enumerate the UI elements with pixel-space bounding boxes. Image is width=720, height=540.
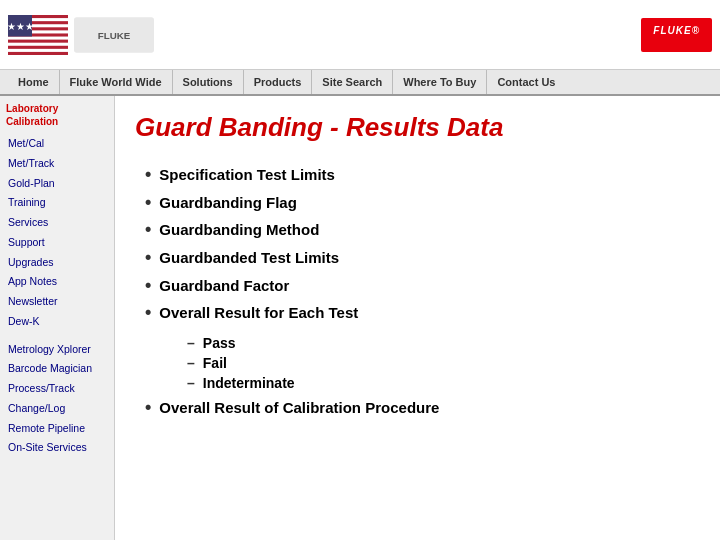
center-logo: FLUKE	[74, 15, 154, 55]
svg-rect-5	[8, 39, 68, 42]
nav-home[interactable]: Home	[8, 70, 60, 94]
bullet-icon: •	[145, 192, 151, 214]
svg-text:FLUKE: FLUKE	[98, 29, 131, 40]
nav-where-to-buy[interactable]: Where To Buy	[393, 70, 487, 94]
nav-products[interactable]: Products	[244, 70, 313, 94]
sidebar-item-services[interactable]: Services	[4, 213, 110, 233]
sidebar-item-newsletter[interactable]: Newsletter	[4, 292, 110, 312]
nav-fluke-worldwide[interactable]: Fluke World Wide	[60, 70, 173, 94]
page-title: Guard Banding - Results Data	[135, 112, 700, 143]
bullet-icon: •	[145, 219, 151, 241]
list-item: • Specification Test Limits	[145, 161, 700, 189]
sub-list-item: – Pass	[187, 333, 700, 353]
sidebar: LaboratoryCalibration Met/Cal Met/Track …	[0, 96, 115, 540]
bullet-icon: •	[145, 397, 151, 419]
sidebar-item-dewk[interactable]: Dew-K	[4, 312, 110, 332]
sub-dash-icon: –	[187, 355, 195, 371]
sidebar-header: LaboratoryCalibration	[4, 102, 110, 128]
nav-site-search[interactable]: Site Search	[312, 70, 393, 94]
sub-list-item: – Fail	[187, 353, 700, 373]
sub-dash-icon: –	[187, 335, 195, 351]
sidebar-item-appnotes[interactable]: App Notes	[4, 272, 110, 292]
list-item: • Overall Result for Each Test	[145, 299, 700, 327]
sidebar-item-process-track[interactable]: Process/Track	[4, 379, 110, 399]
header: ★★★ FLUKE FLUKE®	[0, 0, 720, 70]
sidebar-item-upgrades[interactable]: Upgrades	[4, 253, 110, 273]
svg-rect-7	[8, 51, 68, 54]
sidebar-item-metcal[interactable]: Met/Cal	[4, 134, 110, 154]
bullet-icon: •	[145, 247, 151, 269]
list-item: • Guardbanding Method	[145, 216, 700, 244]
list-item: • Guardbanded Test Limits	[145, 244, 700, 272]
sidebar-item-barcode-magician[interactable]: Barcode Magician	[4, 359, 110, 379]
nav-contact-us[interactable]: Contact Us	[487, 70, 565, 94]
main: LaboratoryCalibration Met/Cal Met/Track …	[0, 96, 720, 540]
sidebar-item-remote-pipeline[interactable]: Remote Pipeline	[4, 419, 110, 439]
content: Guard Banding - Results Data • Specifica…	[115, 96, 720, 540]
sidebar-divider	[4, 332, 110, 340]
sidebar-item-onsite-services[interactable]: On-Site Services	[4, 438, 110, 458]
sub-list-item: – Indeterminate	[187, 373, 700, 393]
list-item: • Guardbanding Flag	[145, 189, 700, 217]
bullet-icon: •	[145, 275, 151, 297]
flag-logo: ★★★	[8, 15, 68, 55]
sidebar-item-changelog[interactable]: Change/Log	[4, 399, 110, 419]
sub-dash-icon: –	[187, 375, 195, 391]
sidebar-item-training[interactable]: Training	[4, 193, 110, 213]
list-item: • Guardband Factor	[145, 272, 700, 300]
sidebar-item-goldplan[interactable]: Gold-Plan	[4, 174, 110, 194]
svg-rect-6	[8, 45, 68, 48]
fluke-brand: FLUKE®	[641, 18, 712, 52]
svg-text:★★★: ★★★	[8, 21, 34, 32]
bullet-icon: •	[145, 164, 151, 186]
main-bullet-list: • Specification Test Limits • Guardbandi…	[145, 161, 700, 327]
sidebar-item-mettrack[interactable]: Met/Track	[4, 154, 110, 174]
nav-solutions[interactable]: Solutions	[173, 70, 244, 94]
sidebar-item-support[interactable]: Support	[4, 233, 110, 253]
sidebar-item-metrology-xplorer[interactable]: Metrology Xplorer	[4, 340, 110, 360]
last-bullet-item: • Overall Result of Calibration Procedur…	[145, 397, 700, 419]
sub-bullet-list: – Pass – Fail – Indeterminate	[187, 333, 700, 393]
bullet-icon: •	[145, 302, 151, 324]
navbar: Home Fluke World Wide Solutions Products…	[0, 70, 720, 96]
